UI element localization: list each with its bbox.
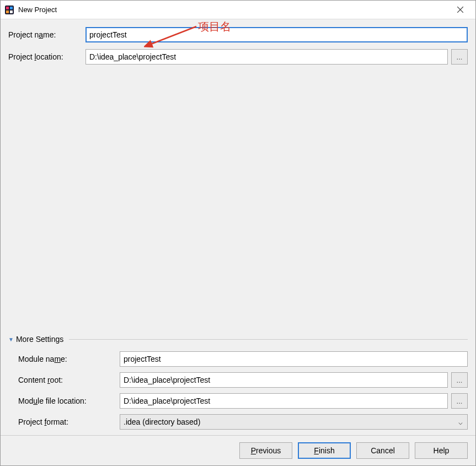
content-root-label: Content root: [18,376,120,384]
svg-rect-1 [6,7,9,9]
chevron-down-icon: ▼ [8,336,14,342]
svg-rect-2 [10,7,13,9]
svg-rect-4 [10,10,13,13]
project-location-input[interactable] [85,49,448,65]
finish-button[interactable]: Finish [298,442,351,459]
content-root-browse-button[interactable]: ... [451,372,468,388]
content-area: 项目名 Project name: Project location: [1,19,475,435]
module-file-browse-button[interactable]: ... [451,393,468,409]
cancel-button[interactable]: Cancel [356,442,409,459]
svg-rect-3 [6,10,9,13]
project-format-value: .idea (directory based) [124,417,200,426]
module-file-location-input[interactable] [120,393,448,409]
content-root-input[interactable] [120,372,448,388]
project-location-label: Project location: [8,52,85,61]
help-button[interactable]: Help [415,442,468,459]
titlebar: New Project [1,1,475,19]
module-name-label: Module name: [18,355,120,363]
more-settings-toggle[interactable]: ▼ More Settings [8,335,468,344]
project-name-input[interactable] [85,27,468,42]
project-location-browse-button[interactable]: ... [451,49,468,65]
divider [69,339,468,340]
close-button[interactable] [449,2,471,18]
module-file-location-label: Module file location: [18,397,120,405]
app-icon [5,6,14,14]
window-title: New Project [18,6,449,14]
project-format-label: Project format: [18,417,120,426]
module-name-input[interactable] [120,351,468,367]
new-project-dialog: New Project 项目名 Project name: [0,0,476,466]
project-format-select[interactable]: .idea (directory based) [120,414,468,430]
previous-button[interactable]: Previous [239,442,292,459]
more-settings-section: ▼ More Settings Module name: Content roo… [8,329,468,435]
more-settings-label: More Settings [16,335,63,344]
project-name-label: Project name: [8,30,85,39]
button-bar: Previous Finish Cancel Help [1,435,475,465]
